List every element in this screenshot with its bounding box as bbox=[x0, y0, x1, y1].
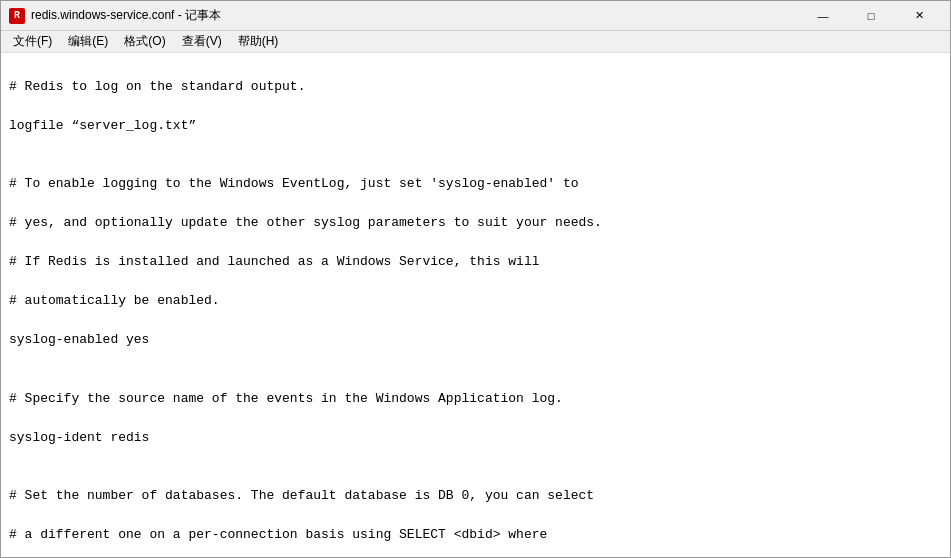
line-4: # To enable logging to the Windows Event… bbox=[9, 174, 942, 194]
maximize-button[interactable]: □ bbox=[848, 6, 894, 26]
menu-edit[interactable]: 编辑(E) bbox=[60, 31, 116, 52]
close-button[interactable]: ✕ bbox=[896, 6, 942, 26]
line-13: # Set the number of databases. The defau… bbox=[9, 486, 942, 506]
line-1: # Redis to log on the standard output. bbox=[9, 77, 942, 97]
line-8: syslog-enabled yes bbox=[9, 330, 942, 350]
menu-help[interactable]: 帮助(H) bbox=[230, 31, 287, 52]
line-14: # a different one on a per-connection ba… bbox=[9, 525, 942, 545]
line-10: # Specify the source name of the events … bbox=[9, 389, 942, 409]
line-2: logfile “server_log.txt” bbox=[9, 116, 942, 136]
app-icon: R bbox=[9, 8, 25, 24]
title-bar-left: R redis.windows-service.conf - 记事本 bbox=[9, 7, 221, 24]
menu-bar: 文件(F) 编辑(E) 格式(O) 查看(V) 帮助(H) bbox=[1, 31, 950, 53]
line-6: # If Redis is installed and launched as … bbox=[9, 252, 942, 272]
line-7: # automatically be enabled. bbox=[9, 291, 942, 311]
title-bar: R redis.windows-service.conf - 记事本 — □ ✕ bbox=[1, 1, 950, 31]
main-window: R redis.windows-service.conf - 记事本 — □ ✕… bbox=[0, 0, 951, 558]
menu-format[interactable]: 格式(O) bbox=[116, 31, 173, 52]
minimize-button[interactable]: — bbox=[800, 6, 846, 26]
text-content[interactable]: # Redis to log on the standard output. l… bbox=[1, 53, 950, 557]
window-title: redis.windows-service.conf - 记事本 bbox=[31, 7, 221, 24]
editor-area: # Redis to log on the standard output. l… bbox=[1, 53, 950, 557]
line-5: # yes, and optionally update the other s… bbox=[9, 213, 942, 233]
title-bar-controls: — □ ✕ bbox=[800, 6, 942, 26]
line-11: syslog-ident redis bbox=[9, 428, 942, 448]
menu-view[interactable]: 查看(V) bbox=[174, 31, 230, 52]
menu-file[interactable]: 文件(F) bbox=[5, 31, 60, 52]
